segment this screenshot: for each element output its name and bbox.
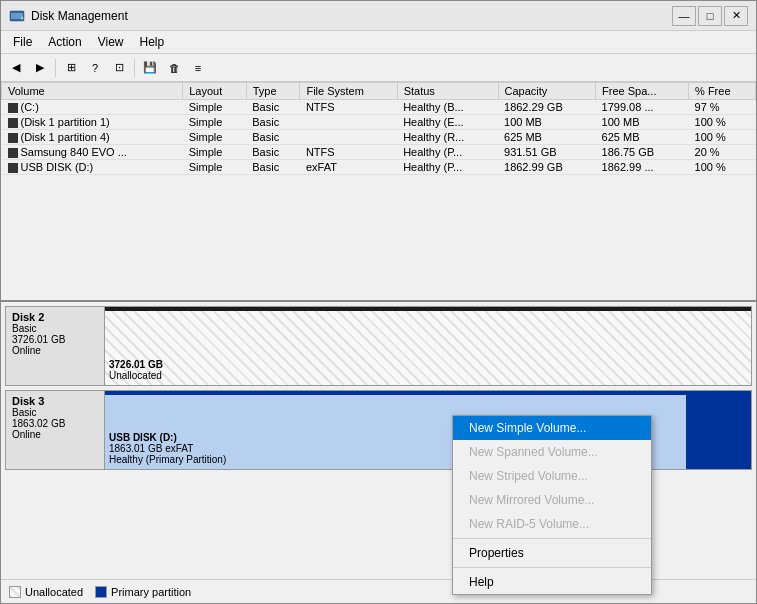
cell-layout: Simple — [183, 115, 247, 130]
context-item-new-mirrored-volume---: New Mirrored Volume... — [453, 488, 651, 512]
minimize-button[interactable]: — — [672, 6, 696, 26]
legend-unallocated: Unallocated — [9, 586, 83, 598]
volume-table-area: Volume Layout Type File System Status Ca… — [1, 82, 756, 302]
context-item-new-spanned-volume---: New Spanned Volume... — [453, 440, 651, 464]
disk-type: Basic — [12, 323, 98, 334]
cell-volume: USB DISK (D:) — [2, 160, 183, 175]
context-item-help[interactable]: Help — [453, 570, 651, 594]
cell-fs: NTFS — [300, 145, 397, 160]
table-row[interactable]: (Disk 1 partition 4) Simple Basic Health… — [2, 130, 756, 145]
show-partition-button[interactable]: ⊞ — [60, 57, 82, 79]
cell-type: Basic — [246, 115, 300, 130]
table-row[interactable]: (Disk 1 partition 1) Simple Basic Health… — [2, 115, 756, 130]
context-item-new-simple-volume---[interactable]: New Simple Volume... — [453, 416, 651, 440]
cell-free: 1799.08 ... — [596, 100, 689, 115]
partition-label: 3726.01 GB — [109, 359, 747, 370]
col-status[interactable]: Status — [397, 83, 498, 100]
disk-type: Basic — [12, 407, 98, 418]
context-item-properties[interactable]: Properties — [453, 541, 651, 565]
disk-name: Disk 2 — [12, 311, 98, 323]
table-row[interactable]: Samsung 840 EVO ... Simple Basic NTFS He… — [2, 145, 756, 160]
partition-1-1[interactable] — [686, 391, 751, 469]
col-type[interactable]: Type — [246, 83, 300, 100]
maximize-button[interactable]: □ — [698, 6, 722, 26]
disk-row-0: Disk 2 Basic 3726.01 GB Online3726.01 GB… — [5, 306, 752, 386]
menu-help[interactable]: Help — [132, 33, 173, 51]
cell-type: Basic — [246, 145, 300, 160]
cell-volume: (Disk 1 partition 1) — [2, 115, 183, 130]
col-layout[interactable]: Layout — [183, 83, 247, 100]
col-free[interactable]: Free Spa... — [596, 83, 689, 100]
partition-sublabel: Unallocated — [109, 370, 747, 381]
cell-volume: (C:) — [2, 100, 183, 115]
legend-primary: Primary partition — [95, 586, 191, 598]
cell-pct: 100 % — [689, 115, 756, 130]
disk-status: Online — [12, 345, 98, 356]
cell-type: Basic — [246, 160, 300, 175]
save-button[interactable]: 💾 — [139, 57, 161, 79]
disk-label-1: Disk 3 Basic 1863.02 GB Online — [5, 390, 105, 470]
cell-fs — [300, 130, 397, 145]
legend-primary-label: Primary partition — [111, 586, 191, 598]
close-button[interactable]: ✕ — [724, 6, 748, 26]
svg-point-2 — [21, 16, 24, 19]
toolbar-sep-1 — [55, 59, 56, 77]
cell-free: 100 MB — [596, 115, 689, 130]
disk-partitions-1: USB DISK (D:)1863.01 GB exFATHealthy (Pr… — [105, 390, 752, 470]
context-separator-5 — [453, 538, 651, 539]
cell-type: Basic — [246, 100, 300, 115]
col-pct[interactable]: % Free — [689, 83, 756, 100]
partition-0-0[interactable]: 3726.01 GBUnallocated — [105, 307, 751, 385]
cell-status: Healthy (R... — [397, 130, 498, 145]
menu-file[interactable]: File — [5, 33, 40, 51]
col-fs[interactable]: File System — [300, 83, 397, 100]
cell-pct: 97 % — [689, 100, 756, 115]
context-item-new-raid-5-volume---: New RAID-5 Volume... — [453, 512, 651, 536]
col-volume[interactable]: Volume — [2, 83, 183, 100]
table-row[interactable]: USB DISK (D:) Simple Basic exFAT Healthy… — [2, 160, 756, 175]
back-button[interactable]: ◀ — [5, 57, 27, 79]
col-capacity[interactable]: Capacity — [498, 83, 596, 100]
cell-status: Healthy (B... — [397, 100, 498, 115]
help-button[interactable]: ? — [84, 57, 106, 79]
list-button[interactable]: ≡ — [187, 57, 209, 79]
context-separator-7 — [453, 567, 651, 568]
cell-capacity: 100 MB — [498, 115, 596, 130]
cell-fs — [300, 115, 397, 130]
cell-fs: exFAT — [300, 160, 397, 175]
cell-layout: Simple — [183, 130, 247, 145]
cell-status: Healthy (E... — [397, 115, 498, 130]
menu-view[interactable]: View — [90, 33, 132, 51]
toolbar-sep-2 — [134, 59, 135, 77]
cell-pct: 100 % — [689, 130, 756, 145]
cell-layout: Simple — [183, 145, 247, 160]
cancel-button[interactable]: 🗑 — [163, 57, 185, 79]
cell-volume: Samsung 840 EVO ... — [2, 145, 183, 160]
disk-status: Online — [12, 429, 98, 440]
cell-type: Basic — [246, 130, 300, 145]
legend-unalloc-label: Unallocated — [25, 586, 83, 598]
cell-layout: Simple — [183, 100, 247, 115]
disk-size: 3726.01 GB — [12, 334, 98, 345]
cell-status: Healthy (P... — [397, 160, 498, 175]
cell-free: 186.75 GB — [596, 145, 689, 160]
cell-pct: 100 % — [689, 160, 756, 175]
forward-button[interactable]: ▶ — [29, 57, 51, 79]
disk-partitions-0: 3726.01 GBUnallocated — [105, 306, 752, 386]
window-title: Disk Management — [31, 9, 128, 23]
legend-unalloc-box — [9, 586, 21, 598]
settings-button[interactable]: ⊡ — [108, 57, 130, 79]
cell-status: Healthy (P... — [397, 145, 498, 160]
context-menu: New Simple Volume...New Spanned Volume..… — [452, 415, 652, 595]
cell-capacity: 931.51 GB — [498, 145, 596, 160]
context-item-new-striped-volume---: New Striped Volume... — [453, 464, 651, 488]
app-icon — [9, 8, 25, 24]
title-bar-left: Disk Management — [9, 8, 128, 24]
cell-free: 1862.99 ... — [596, 160, 689, 175]
legend-primary-box — [95, 586, 107, 598]
cell-fs: NTFS — [300, 100, 397, 115]
volume-table: Volume Layout Type File System Status Ca… — [1, 82, 756, 175]
menu-action[interactable]: Action — [40, 33, 89, 51]
table-row[interactable]: (C:) Simple Basic NTFS Healthy (B... 186… — [2, 100, 756, 115]
main-window: Disk Management — □ ✕ File Action View H… — [0, 0, 757, 604]
